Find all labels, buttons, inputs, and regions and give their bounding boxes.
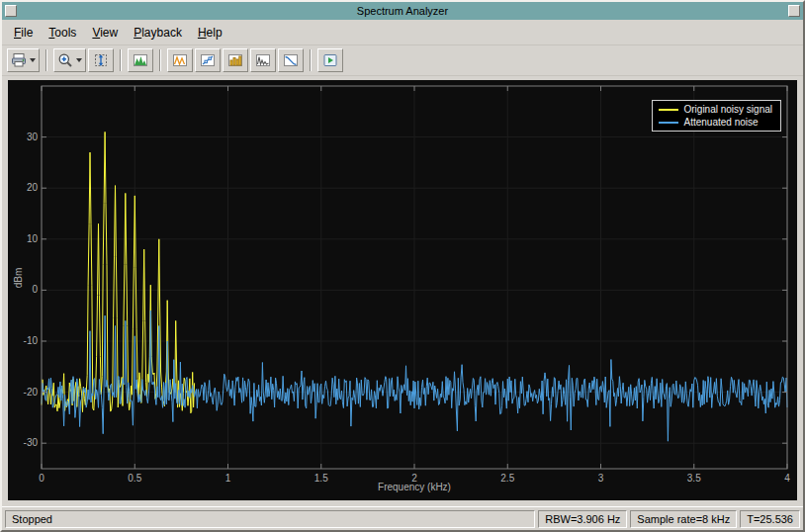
autoscale-icon [93,52,109,68]
figure: 00.511.522.533.54-30-20-100102030 dBm Fr… [8,80,797,500]
y-tick-label: 0 [32,284,38,295]
x-tick-label: 3.5 [687,473,701,484]
x-tick-label: 2.5 [500,473,514,484]
status-state: Stopped [5,510,535,528]
spectrum-analyzer-window: Spectrum Analyzer File Tools View Playba… [0,0,805,532]
status-bar: Stopped RBW=3.906 Hz Sample rate=8 kHz T… [2,506,803,530]
zoom-in-icon [57,52,73,68]
signal-statistics-icon [227,52,243,68]
x-tick-label: 1 [225,473,231,484]
autoscale-button[interactable] [88,48,114,72]
window-title: Spectrum Analyzer [357,5,448,17]
legend[interactable]: Original noisy signal Attenuated noise [652,100,782,132]
x-axis-label: Frequency (kHz) [378,482,451,492]
menu-file[interactable]: File [6,22,41,44]
y-tick-label: 30 [27,132,39,142]
ccdf-icon [283,52,299,68]
menu-tools[interactable]: Tools [41,22,84,44]
legend-entry: Attenuated noise [659,117,773,128]
plot-area[interactable]: 00.511.522.533.54-30-20-100102030 [8,80,797,500]
dropdown-arrow-icon [76,58,82,62]
y-tick-label: -20 [24,387,39,398]
legend-label: Attenuated noise [684,117,759,128]
peak-finder-icon [172,52,188,68]
x-tick-label: 3 [598,473,604,484]
toolbar-separator [45,49,47,71]
toolbar-separator [159,49,161,71]
title-bar[interactable]: Spectrum Analyzer [2,2,803,20]
menu-help[interactable]: Help [190,22,230,44]
printer-icon [11,52,27,68]
menu-playback[interactable]: Playback [126,22,190,44]
spectrum-settings-icon [133,52,148,68]
spectrum-settings-button[interactable] [128,48,153,72]
window-menu-button[interactable] [5,5,17,17]
x-tick-label: 4 [784,473,790,484]
x-tick-label: 1.5 [314,473,328,484]
y-tick-label: 10 [27,233,39,244]
legend-entry: Original noisy signal [659,104,773,115]
cursor-measurements-button[interactable] [195,48,221,72]
x-tick-label: 0 [39,473,45,484]
menu-bar: File Tools View Playback Help [2,20,803,45]
legend-line-sample-yellow [659,109,678,111]
window-close-button[interactable] [788,5,800,17]
x-tick-label: 0.5 [128,473,141,484]
legend-line-sample-blue [659,122,678,124]
status-sample-rate: Sample rate=8 kHz [630,510,737,528]
distortion-measurements-icon [255,52,271,68]
dropdown-arrow-icon [30,58,36,62]
toolbar [2,45,803,76]
playback-options-button[interactable] [317,48,343,72]
y-tick-label: -30 [24,437,39,448]
legend-label: Original noisy signal [684,104,773,115]
cursor-measurements-icon [200,52,216,68]
peak-finder-button[interactable] [167,48,193,72]
y-axis-label: dBm [13,268,24,289]
y-tick-label: 20 [27,182,39,193]
trace-original-noisy-signal [42,132,195,412]
y-tick-label: -10 [24,335,39,346]
print-dropdown-button[interactable] [7,48,40,72]
signal-statistics-button[interactable] [223,48,248,72]
toolbar-separator [120,49,122,71]
distortion-measurements-button[interactable] [250,48,276,72]
ccdf-measurements-button[interactable] [278,48,304,72]
menu-view[interactable]: View [84,22,126,44]
zoom-dropdown-button[interactable] [53,48,86,72]
toolbar-separator [310,49,312,71]
status-rbw: RBW=3.906 Hz [538,510,627,528]
play-window-icon [322,52,338,68]
status-time: T=25.536 [740,510,800,528]
